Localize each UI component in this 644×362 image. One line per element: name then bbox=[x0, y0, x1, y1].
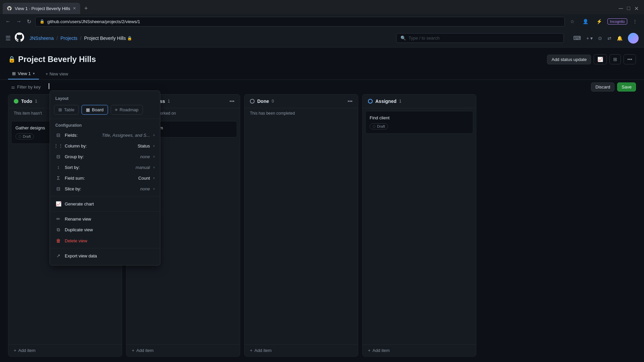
layout-btn[interactable]: ⊞ bbox=[609, 54, 621, 64]
view-dropdown-menu: Layout ⊞ Table ▦ Board ≡ Roadmap Configu… bbox=[50, 90, 160, 265]
new-view-btn[interactable]: + New view bbox=[42, 69, 72, 79]
inprogress-menu[interactable]: ••• bbox=[229, 99, 234, 104]
draft-circle-icon: ◌ bbox=[18, 134, 21, 138]
nav-search[interactable]: 🔍 Type / to search bbox=[396, 33, 564, 43]
view1-dropdown-arrow[interactable]: ▾ bbox=[33, 71, 35, 76]
tab-bar: View 1 · Project Beverly Hills ✕ + ─ □ ✕ bbox=[0, 0, 644, 14]
maximize-btn[interactable]: □ bbox=[627, 5, 630, 11]
assigned-card-1[interactable]: Find client ◌ Draft bbox=[365, 111, 473, 134]
lock-icon: 🔒 bbox=[40, 19, 45, 24]
assigned-col-header: Assigned 1 bbox=[363, 95, 476, 108]
column-by-menu-item[interactable]: ⋮⋮ Column by: Status › bbox=[50, 140, 160, 151]
board-label: Board bbox=[92, 107, 104, 112]
breadcrumb-username[interactable]: JNSsheena bbox=[30, 36, 54, 41]
notifications-icon[interactable]: 🔔 bbox=[617, 36, 623, 41]
project-title: Project Beverly Hills bbox=[18, 55, 96, 64]
board-icon: ▦ bbox=[86, 107, 90, 112]
pencil-icon: ✏ bbox=[55, 216, 61, 222]
add-status-btn[interactable]: Add status update bbox=[547, 55, 591, 64]
done-description: This has been completed bbox=[245, 108, 358, 118]
export-view-item[interactable]: ↗ Export view data bbox=[50, 250, 160, 261]
todo-dot bbox=[14, 99, 18, 104]
assigned-count: 1 bbox=[399, 99, 401, 104]
board-layout-btn[interactable]: ▦ Board bbox=[82, 105, 108, 115]
new-tab-btn[interactable]: + bbox=[82, 4, 91, 13]
new-view-label: New view bbox=[49, 71, 68, 76]
back-btn[interactable]: ← bbox=[4, 17, 12, 26]
github-logo[interactable] bbox=[15, 33, 24, 44]
breadcrumb-projects[interactable]: Projects bbox=[60, 36, 77, 41]
breadcrumb-sep2: / bbox=[80, 36, 82, 41]
assigned-add-item-btn[interactable]: + Add item bbox=[363, 344, 476, 356]
slice-by-menu-item[interactable]: ⊟ Slice by: none › bbox=[50, 183, 160, 194]
export-view-label: Export view data bbox=[65, 253, 155, 258]
extensions-btn[interactable]: ⚡ bbox=[594, 17, 605, 25]
active-tab[interactable]: View 1 · Project Beverly Hills ✕ bbox=[3, 3, 80, 14]
roadmap-layout-btn[interactable]: ≡ Roadmap bbox=[111, 105, 143, 115]
rename-view-item[interactable]: ✏ Rename view bbox=[50, 214, 160, 224]
sort-by-menu-item[interactable]: ↕ Sort by: manual › bbox=[50, 162, 160, 173]
fields-menu-item[interactable]: ⊟ Fields: Title, Assignees, and S... › bbox=[50, 130, 160, 140]
view1-tab[interactable]: ⊞ View 1 ▾ bbox=[8, 68, 39, 79]
page-header: 🔒 Project Beverly Hills Add status updat… bbox=[0, 48, 644, 64]
chart-icon: 📈 bbox=[55, 201, 61, 206]
profile-btn[interactable]: 👤 bbox=[580, 17, 591, 25]
todo-add-item-btn[interactable]: + Add item bbox=[8, 344, 122, 356]
delete-view-label: Delete view bbox=[65, 238, 155, 243]
inprogress-add-item-btn[interactable]: + Add item bbox=[126, 344, 240, 356]
done-menu[interactable]: ••• bbox=[347, 99, 353, 104]
export-icon: ↗ bbox=[55, 253, 61, 258]
group-by-menu-item[interactable]: ⊟ Group by: none › bbox=[50, 151, 160, 162]
more-btn[interactable]: ⋮ bbox=[630, 17, 640, 25]
done-dot bbox=[250, 99, 255, 104]
breadcrumb-current: Project Beverly Hills 🔒 bbox=[84, 36, 132, 41]
assigned-add-label: Add item bbox=[373, 348, 390, 353]
lock-icon-nav: 🔒 bbox=[127, 36, 132, 41]
assigned-column: Assigned 1 Find client ◌ Draft + Add ite… bbox=[362, 94, 476, 357]
terminal-icon[interactable]: ⌨ bbox=[573, 35, 581, 41]
discard-btn[interactable]: Discard bbox=[591, 82, 614, 92]
browser-chrome: View 1 · Project Beverly Hills ✕ + ─ □ ✕… bbox=[0, 0, 644, 29]
done-add-item-btn[interactable]: + Add item bbox=[245, 344, 358, 356]
field-sum-menu-item[interactable]: Σ Field sum: Count › bbox=[50, 173, 160, 183]
table-layout-btn[interactable]: ⊞ Table bbox=[54, 105, 79, 115]
bookmark-btn[interactable]: ☆ bbox=[568, 17, 577, 25]
generate-chart-label: Generate chart bbox=[65, 201, 155, 206]
save-btn[interactable]: Save bbox=[617, 82, 636, 92]
duplicate-view-label: Duplicate view bbox=[65, 227, 155, 232]
duplicate-view-item[interactable]: ⧉ Duplicate view bbox=[50, 224, 160, 235]
tab-favicon bbox=[7, 6, 12, 11]
url-display: github.com/users/JNSsheena/projects/2/vi… bbox=[47, 19, 140, 24]
filter-btn[interactable]: ⚌ Filter by key bbox=[8, 83, 44, 91]
breadcrumb: JNSsheena / Projects / Project Beverly H… bbox=[30, 36, 132, 41]
search-placeholder: Type / to search bbox=[409, 36, 440, 41]
chart-btn[interactable]: 📈 bbox=[594, 54, 607, 64]
assigned-title: Assigned bbox=[375, 99, 396, 104]
window-close-btn[interactable]: ✕ bbox=[634, 5, 639, 12]
forward-btn[interactable]: → bbox=[15, 17, 23, 26]
duplicate-icon: ⧉ bbox=[55, 227, 61, 233]
more-options-btn[interactable]: ••• bbox=[624, 54, 636, 64]
delete-view-item[interactable]: 🗑 Delete view bbox=[50, 235, 160, 246]
minimize-btn[interactable]: ─ bbox=[619, 5, 623, 12]
tab-close-btn[interactable]: ✕ bbox=[73, 6, 76, 11]
reload-btn[interactable]: ↻ bbox=[25, 17, 33, 26]
sort-by-value: manual bbox=[136, 165, 150, 170]
layout-options: ⊞ Table ▦ Board ≡ Roadmap bbox=[50, 104, 160, 119]
generate-chart-item[interactable]: 📈 Generate chart bbox=[50, 198, 160, 209]
done-count: 0 bbox=[272, 99, 274, 104]
draft-circle-icon2: ◌ bbox=[373, 124, 376, 128]
address-bar[interactable]: 🔒 github.com/users/JNSsheena/projects/2/… bbox=[35, 17, 565, 26]
menu-divider-3 bbox=[50, 248, 160, 248]
fields-value: Title, Assignees, and S... bbox=[102, 133, 150, 138]
avatar[interactable] bbox=[628, 33, 639, 44]
cursor bbox=[49, 83, 49, 89]
browser-controls: ← → ↻ 🔒 github.com/users/JNSsheena/proje… bbox=[0, 14, 644, 29]
plus-icon[interactable]: + ▾ bbox=[586, 36, 593, 41]
top-nav: ☰ JNSsheena / Projects / Project Beverly… bbox=[0, 29, 644, 48]
nav-actions: ⌨ + ▾ ⊙ ⇄ 🔔 bbox=[573, 33, 639, 44]
group-by-label: Group by: bbox=[65, 154, 137, 159]
issues-icon[interactable]: ⊙ bbox=[598, 36, 602, 41]
hamburger-menu[interactable]: ☰ bbox=[5, 35, 11, 42]
pr-icon[interactable]: ⇄ bbox=[607, 36, 611, 41]
